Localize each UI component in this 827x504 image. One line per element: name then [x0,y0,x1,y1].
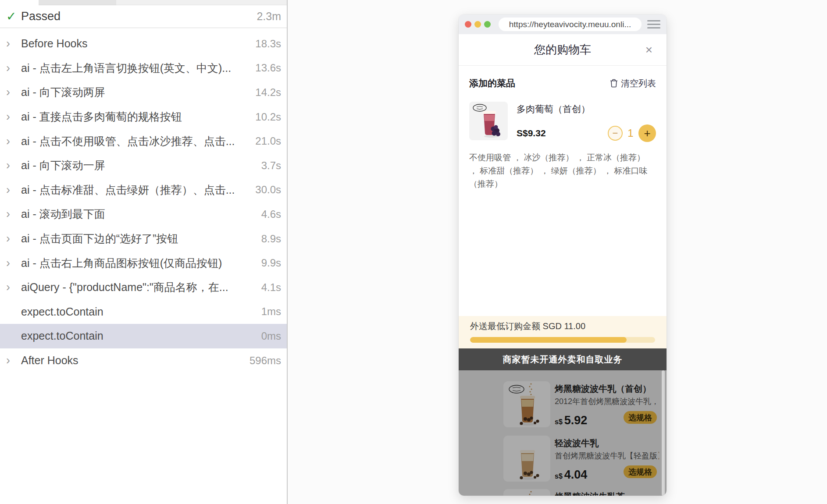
test-step-row[interactable]: › ai - 直接点击多肉葡萄的规格按钮 10.2s [0,105,287,129]
chevron-right-icon: › [6,184,21,196]
service-unavailable-banner: 商家暂未开通外卖和自取业务 [459,348,667,370]
browser-toolbar: https://heyteavivocity.meuu.onli... [459,14,667,34]
test-step-list: › Before Hooks 18.3s › ai - 点击左上角语言切换按钮(… [0,28,287,373]
chevron-right-icon: › [6,135,21,147]
test-step-label: ai - 向下滚动一屏 [21,158,257,173]
cart-title: 您的购物车 [459,34,667,65]
min-order-label: 外送最低订购金额 SGD 11.00 [470,320,655,332]
test-step-label: After Hooks [21,354,245,367]
test-step-duration: 596ms [250,355,281,367]
test-step-label: Before Hooks [21,37,251,50]
clear-list-button[interactable]: 清空列表 [610,78,656,89]
test-step-duration: 14.2s [255,86,281,99]
min-order-section: 外送最低订购金额 SGD 11.00 [459,316,667,348]
test-step-label: expect.toContain [21,305,257,318]
chevron-right-icon: › [6,355,21,366]
tab-strip [0,0,287,5]
chevron-right-icon: › [6,160,21,171]
test-step-row[interactable]: › ai - 点击左上角语言切换按钮(英文、中文)... 13.6s [0,56,287,81]
chevron-right-icon: › [6,111,21,123]
test-step-duration: 4.1s [261,281,281,294]
test-status-label: Passed [21,10,257,23]
close-icon[interactable]: × [645,44,652,56]
min-order-progress-fill [470,337,627,343]
added-items-label: 添加的菜品 [469,77,610,89]
screenshot-preview-area: https://heyteavivocity.meuu.onli... 您的购物… [289,0,827,504]
chevron-right-icon: › [6,208,21,220]
test-step-duration: 8.9s [261,233,281,245]
cart-modal-header: 您的购物车 × [459,34,667,66]
test-step-row[interactable]: › Before Hooks 18.3s [0,32,287,56]
cart-item-price: S$9.32 [517,128,608,138]
test-step-duration: 21.0s [255,135,281,147]
tab-strip-filler [116,0,287,5]
trash-icon [610,79,618,88]
test-step-duration: 1ms [261,305,281,318]
product-image-grape-drink [469,102,508,140]
increase-quantity-button[interactable]: + [638,124,656,142]
dimmed-menu-background: 烤黑糖波波牛乳（首创） 2012年首创烤黑糖波波牛乳，“布蕾珍... s$5.9… [459,370,667,496]
test-step-label: ai - 滚动到最下面 [21,207,257,221]
active-tab-top[interactable] [0,0,39,5]
cart-item-name: 多肉葡萄（首创） [517,101,656,115]
decrease-quantity-button[interactable]: − [608,126,623,141]
test-step-duration: 18.3s [255,38,281,50]
report-page: ✓ Passed 2.3m › Before Hooks 18.3s › ai … [0,0,827,504]
test-step-row[interactable]: › ai - 向下滚动两屏 14.2s [0,80,287,105]
test-step-duration: 10.2s [255,111,281,123]
minimize-traffic-light[interactable] [474,21,481,28]
test-step-row[interactable]: › ai - 点击右上角商品图标按钮(仅商品按钮) 9.9s [0,251,287,275]
chevron-right-icon: › [6,86,21,98]
test-step-label: expect.toContain [21,330,257,342]
cart-section-header: 添加的菜品 清空列表 [459,66,667,101]
test-step-label: ai - 直接点击多肉葡萄的规格按钮 [21,110,251,124]
test-step-row[interactable]: › ai - 点击不使用吸管、点击冰沙推荐、点击... 21.0s [0,129,287,153]
test-step-duration: 0ms [261,330,281,342]
test-step-row[interactable]: › ai - 向下滚动一屏 3.7s [0,153,287,178]
test-step-duration: 4.6s [261,208,281,220]
quantity-stepper: − 1 + [608,124,656,142]
chevron-right-icon: › [6,38,21,50]
quantity-value: 1 [623,127,638,139]
cart-empty-space [459,191,667,316]
test-status-row[interactable]: ✓ Passed 2.3m [0,5,287,28]
test-step-label: ai - 点击左上角语言切换按钮(英文、中文)... [21,61,251,75]
chevron-right-icon: › [6,257,21,269]
maximize-traffic-light[interactable] [484,21,491,28]
test-step-label: ai - 点击页面下边的“选好了”按钮 [21,231,257,246]
test-step-row[interactable]: › expect.toContain 0ms [0,324,287,348]
test-status-duration: 2.3m [257,10,281,23]
test-steps-panel: ✓ Passed 2.3m › Before Hooks 18.3s › ai … [0,0,288,504]
test-step-row[interactable]: › After Hooks 596ms [0,348,287,373]
chevron-right-icon: › [6,62,21,74]
clear-list-label: 清空列表 [621,78,656,89]
cart-item-options: 不使用吸管 ， 冰沙（推荐） ， 正常冰（推荐） ， 标准甜（推荐） ， 绿妍（… [459,151,667,191]
test-step-label: ai - 点击标准甜、点击绿妍（推荐）、点击... [21,183,251,197]
test-step-duration: 13.6s [255,62,281,74]
hamburger-menu-icon[interactable] [647,20,660,28]
close-traffic-light[interactable] [465,21,471,28]
test-step-label: ai - 点击右上角商品图标按钮(仅商品按钮) [21,256,257,270]
chevron-right-icon: › [6,281,21,293]
inactive-tab-top[interactable] [39,0,116,5]
test-step-label: aiQuery - {"productName":"商品名称，在... [21,280,257,295]
browser-phone-mockup: https://heyteavivocity.meuu.onli... 您的购物… [459,14,667,496]
cart-item-info: 多肉葡萄（首创） S$9.32 − 1 + [517,101,656,151]
address-bar[interactable]: https://heyteavivocity.meuu.onli... [499,18,642,31]
test-step-row[interactable]: › expect.toContain 1ms [0,300,287,324]
scrollbar[interactable] [662,370,665,496]
test-step-label: ai - 向下滚动两屏 [21,85,251,99]
test-step-duration: 3.7s [261,160,281,172]
test-step-label: ai - 点击不使用吸管、点击冰沙推荐、点击... [21,134,251,149]
min-order-progress-track [470,337,655,343]
test-step-row[interactable]: › ai - 点击页面下边的“选好了”按钮 8.9s [0,227,287,251]
test-step-duration: 9.9s [261,257,281,269]
test-step-row[interactable]: › aiQuery - {"productName":"商品名称，在... 4.… [0,275,287,300]
test-step-row[interactable]: › ai - 点击标准甜、点击绿妍（推荐）、点击... 30.0s [0,178,287,202]
cart-item-row: 多肉葡萄（首创） S$9.32 − 1 + [459,101,667,151]
chevron-right-icon: › [6,233,21,245]
test-step-duration: 30.0s [255,184,281,196]
modal-dim-overlay [459,370,667,496]
check-icon: ✓ [6,9,21,24]
test-step-row[interactable]: › ai - 滚动到最下面 4.6s [0,202,287,227]
